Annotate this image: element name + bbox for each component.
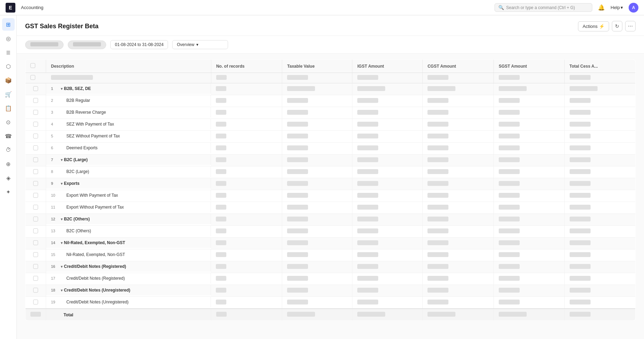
row-description[interactable]: 18▾Credit/Debit Notes (Unregistered) [46,285,211,295]
row-description[interactable]: 1▾B2B, SEZ, DE [46,83,211,94]
collapse-icon[interactable]: ▾ [61,158,63,162]
row-checkbox[interactable] [33,205,38,210]
refresh-button[interactable]: ↻ [612,21,622,31]
taxable-filter[interactable] [287,75,308,80]
row-cess [564,297,635,309]
row-taxable [282,119,352,131]
row-checkbox[interactable] [33,110,38,115]
table-header-row: Description No. of records Taxable Value… [25,60,636,73]
row-checkbox[interactable] [33,193,38,198]
sidebar-item-customers[interactable]: ◎ [2,32,15,45]
row-checkbox[interactable] [33,228,38,233]
row-description: 2B2B Regular [46,95,211,106]
row-cgst [423,190,494,202]
row-cess [564,83,635,95]
sidebar-item-time[interactable]: ⏱ [2,144,15,156]
sidebar-item-inventory[interactable]: 📦 [2,74,15,86]
avatar[interactable]: A [629,3,638,13]
more-options-button[interactable]: ⋯ [625,21,636,31]
sidebar-item-orders[interactable]: 🛒 [2,88,15,100]
row-igst [352,273,423,285]
row-cgst [423,202,494,214]
page-header: GST Sales Register Beta Actions ⚡ ↻ ⋯ [17,15,644,36]
row-description[interactable]: 12▾B2C (Others) [46,214,211,224]
row-igst [352,190,423,202]
search-bar[interactable]: 🔍 Search or type a command (Ctrl + G) [495,3,592,12]
collapse-icon[interactable]: ▾ [61,182,63,186]
collapse-icon[interactable]: ▾ [61,241,63,245]
row-number: 11 [51,205,58,209]
row-cgst [423,273,494,285]
sidebar-item-add[interactable]: ⊕ [2,158,15,170]
actions-button[interactable]: Actions ⚡ [578,21,609,31]
row-checkbox[interactable] [33,157,38,162]
description-filter[interactable] [51,75,93,80]
total-taxable [282,309,352,321]
row-number: 17 [51,276,58,280]
row-cgst [423,131,494,143]
row-sgst [493,143,564,155]
row-description: 11Export Without Payment of Tax [46,202,211,212]
row-description: 15Nil-Rated, Exempted, Non-GST [46,249,211,260]
sidebar-item-star[interactable]: ✦ [2,186,15,198]
row-taxable [282,226,352,238]
row-igst [352,131,423,143]
records-filter[interactable] [216,75,227,80]
row-cgst [423,261,494,273]
cess-filter[interactable] [570,75,591,80]
row-checkbox[interactable] [33,276,38,281]
sidebar: ⊞ ◎ ≣ ⬡ 📦 🛒 📋 ⊙ ☎ ⏱ ⊕ ◈ ✦ [0,15,17,339]
row-taxable [282,285,352,297]
row-taxable [282,261,352,273]
row-igst [352,297,423,309]
cgst-filter[interactable] [427,75,448,80]
row-checkbox[interactable] [33,169,38,174]
sidebar-item-reports[interactable]: 📋 [2,102,15,114]
customer-filter[interactable] [25,40,64,49]
sidebar-item-sales[interactable]: ≣ [2,46,15,59]
row-checkbox[interactable] [33,86,38,91]
row-records [211,131,282,143]
row-sgst [493,83,564,95]
view-select[interactable]: Overview ▾ [172,40,228,49]
row-description[interactable]: 7▾B2C (Large) [46,155,211,165]
row-checkbox[interactable] [33,145,38,150]
row-checkbox[interactable] [33,134,38,138]
collapse-icon[interactable]: ▾ [61,265,63,269]
collapse-icon[interactable]: ▾ [61,217,63,221]
collapse-icon[interactable]: ▾ [61,87,63,91]
row-checkbox[interactable] [33,288,38,293]
row-cgst [423,119,494,131]
notification-bell-icon[interactable]: 🔔 [598,4,605,11]
row-cess [564,119,635,131]
row-cgst [423,107,494,119]
company-filter[interactable] [68,40,106,49]
date-range-filter[interactable]: 01-08-2024 to 31-08-2024 [110,40,168,49]
row-igst [352,214,423,226]
select-all-checkbox[interactable] [30,63,35,68]
row-number: 12 [51,217,58,221]
row-description[interactable]: 9▾Exports [46,178,211,189]
row-checkbox[interactable] [33,300,38,304]
igst-filter[interactable] [357,75,378,80]
help-button[interactable]: Help ▾ [610,5,623,10]
row-description[interactable]: 14▾Nil-Rated, Exempted, Non-GST [46,238,211,248]
row-checkbox[interactable] [33,264,38,269]
sidebar-item-purchase[interactable]: ⬡ [2,60,15,73]
sidebar-item-dashboard[interactable]: ⊞ [2,18,15,31]
row-cgst [423,249,494,261]
row-checkbox[interactable] [33,252,38,257]
row-description[interactable]: 16▾Credit/Debit Notes (Registered) [46,261,211,272]
row-checkbox[interactable] [33,122,38,127]
collapse-icon[interactable]: ▾ [61,288,63,292]
sidebar-item-phone[interactable]: ☎ [2,130,15,142]
row-checkbox[interactable] [33,98,38,103]
filter-checkbox[interactable] [30,75,35,80]
sgst-filter[interactable] [499,75,520,80]
sidebar-item-support[interactable]: ⊙ [2,116,15,128]
row-taxable [282,155,352,166]
row-checkbox[interactable] [33,240,38,245]
sidebar-item-settings[interactable]: ◈ [2,172,15,184]
row-checkbox[interactable] [33,181,38,186]
row-checkbox[interactable] [33,217,38,221]
